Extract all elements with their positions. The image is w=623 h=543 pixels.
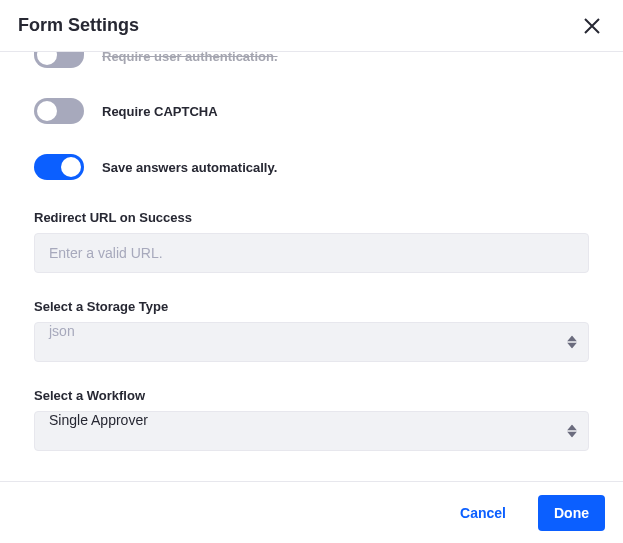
toggle-knob	[37, 52, 57, 65]
redirect-url-input[interactable]	[34, 233, 589, 273]
toggle-row-autosave: Save answers automatically.	[34, 154, 589, 180]
dialog-title: Form Settings	[18, 15, 139, 36]
storage-type-select[interactable]: json	[34, 322, 589, 362]
toggle-row-auth: Require user authentication.	[34, 52, 589, 68]
storage-type-label: Select a Storage Type	[34, 299, 589, 314]
workflow-select[interactable]: Single Approver	[34, 411, 589, 451]
workflow-select-wrap: Single Approver	[34, 411, 589, 451]
toggle-label-autosave: Save answers automatically.	[102, 160, 277, 175]
field-redirect-url: Redirect URL on Success	[34, 210, 589, 273]
cancel-button[interactable]: Cancel	[444, 495, 522, 531]
toggle-knob	[37, 101, 57, 121]
close-button[interactable]	[579, 13, 605, 39]
toggle-knob	[61, 157, 81, 177]
close-icon	[583, 17, 601, 35]
toggle-label-captcha: Require CAPTCHA	[102, 104, 218, 119]
field-storage-type: Select a Storage Type json	[34, 299, 589, 362]
done-button[interactable]: Done	[538, 495, 605, 531]
field-workflow: Select a Workflow Single Approver	[34, 388, 589, 451]
dialog-content: Require user authentication. Require CAP…	[0, 52, 623, 481]
storage-select-wrap: json	[34, 322, 589, 362]
workflow-label: Select a Workflow	[34, 388, 589, 403]
toggle-require-auth[interactable]	[34, 52, 84, 68]
dialog-footer: Cancel Done	[0, 481, 623, 543]
toggle-autosave[interactable]	[34, 154, 84, 180]
toggle-row-captcha: Require CAPTCHA	[34, 98, 589, 124]
dialog-header: Form Settings	[0, 0, 623, 52]
toggle-label-auth: Require user authentication.	[102, 52, 278, 64]
toggle-require-captcha[interactable]	[34, 98, 84, 124]
redirect-url-label: Redirect URL on Success	[34, 210, 589, 225]
